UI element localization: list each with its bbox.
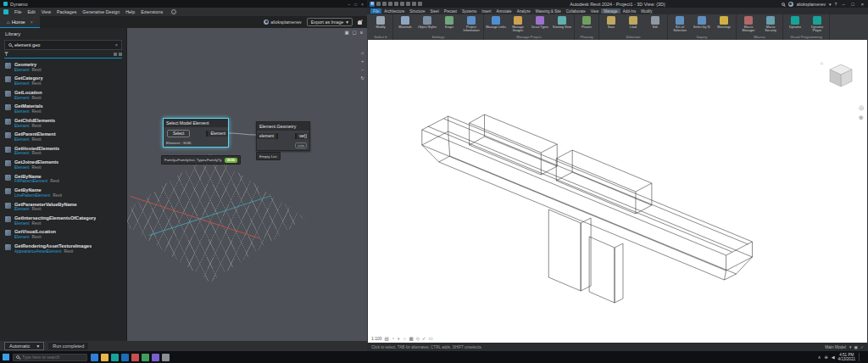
- element-geometry-node[interactable]: Element.Geometry element var[] auto: [256, 121, 310, 151]
- minimize-button[interactable]: –: [348, 2, 350, 7]
- help-icon[interactable]: ?: [835, 2, 837, 7]
- ribbon-button[interactable]: Edit: [645, 16, 665, 29]
- measure-icon[interactable]: [418, 2, 422, 6]
- close-button[interactable]: ×: [361, 2, 364, 7]
- fit-view-icon[interactable]: ▣: [344, 30, 348, 35]
- tab-close-icon[interactable]: ×: [31, 20, 33, 25]
- save-icon[interactable]: [388, 2, 392, 6]
- dynamo-canvas[interactable]: Select Model Element Select Element Elem…: [127, 28, 367, 341]
- maximize-button[interactable]: □: [354, 2, 357, 7]
- empty-list-bubble[interactable]: Empty List: [256, 152, 281, 160]
- filter-icon[interactable]: [4, 52, 8, 56]
- run-mode-select[interactable]: Automatic ▾: [4, 342, 44, 350]
- ribbon-tab[interactable]: Modify: [638, 8, 654, 14]
- library-item[interactable]: GetJoinedElements ElementRevit: [0, 158, 126, 171]
- taskbar-search-input[interactable]: [22, 355, 84, 360]
- ribbon-button[interactable]: Load: [623, 16, 643, 29]
- output-port-element[interactable]: Element: [206, 131, 228, 137]
- ribbon-tab[interactable]: Structure: [407, 8, 427, 14]
- filter-icon[interactable]: ✓: [860, 345, 864, 349]
- library-search[interactable]: ×: [4, 40, 122, 50]
- start-button[interactable]: [3, 354, 9, 360]
- menu-item[interactable]: File: [12, 9, 25, 14]
- ribbon-button[interactable]: Save: [601, 16, 621, 29]
- editable-only-icon[interactable]: ▣: [854, 345, 858, 349]
- sync-icon[interactable]: [394, 2, 398, 6]
- print-icon[interactable]: [412, 2, 416, 6]
- action-center-button[interactable]: [859, 353, 865, 361]
- taskbar-app-teams[interactable]: [152, 354, 159, 361]
- taskbar-app-settings[interactable]: [162, 354, 170, 361]
- library-item[interactable]: GetMaterials ElementRevit: [0, 102, 126, 115]
- taskbar-app-mail[interactable]: [131, 354, 139, 361]
- undo-icon[interactable]: [400, 2, 404, 6]
- revit-3d-view[interactable]: ⌂ ◎⊕ 1:100 ▤◔◑☼▦◇✓▭: [368, 40, 867, 343]
- taskbar-app-revit[interactable]: [121, 354, 129, 361]
- ribbon-button[interactable]: Materials: [395, 16, 415, 29]
- ribbon-button[interactable]: Snaps: [439, 16, 459, 29]
- panel-caption[interactable]: Inquiry: [670, 34, 734, 41]
- input-port-element[interactable]: element: [257, 133, 278, 139]
- open-icon[interactable]: [382, 2, 387, 6]
- ribbon-tab[interactable]: Collaborate: [564, 8, 588, 14]
- search-icon[interactable]: [782, 3, 785, 6]
- shadows-icon[interactable]: ◑: [397, 336, 399, 341]
- ribbon-tab[interactable]: Precast: [442, 8, 459, 14]
- steering-wheel-icon[interactable]: ◎: [859, 104, 864, 111]
- crop-region-icon[interactable]: ◇: [416, 336, 420, 341]
- ribbon-tab[interactable]: Analyze: [515, 8, 533, 14]
- revit-logo-icon[interactable]: R: [370, 2, 375, 7]
- redo-icon[interactable]: [406, 2, 410, 6]
- menu-item[interactable]: Extensions: [138, 9, 165, 14]
- taskbar-app-browser[interactable]: [91, 354, 98, 361]
- ribbon-tab[interactable]: Annotate: [494, 8, 515, 14]
- worksets-caret-icon[interactable]: ▾: [849, 345, 851, 349]
- orbit-icon[interactable]: ↻: [360, 75, 364, 81]
- taskbar-app-file-explorer[interactable]: [101, 354, 108, 361]
- ribbon-tab[interactable]: Insert: [479, 8, 493, 14]
- taskbar-app-dynamo[interactable]: [111, 354, 119, 361]
- taskbar-app-sheets[interactable]: [142, 354, 149, 361]
- crop-view-icon[interactable]: ▦: [409, 336, 413, 341]
- library-search-input[interactable]: [14, 42, 113, 47]
- ribbon-button[interactable]: Decal Types: [530, 16, 550, 29]
- library-item[interactable]: GetHostedElements ElementRevit: [0, 144, 126, 158]
- select-model-element-node[interactable]: Select Model Element Select Element Elem…: [163, 118, 229, 148]
- viewcube[interactable]: [826, 62, 855, 91]
- ribbon-button[interactable]: Macro Manager: [738, 16, 759, 32]
- ribbon-button[interactable]: Dynamo Player: [807, 16, 827, 32]
- library-item[interactable]: GetByName FillPatternElementRevit: [0, 172, 126, 186]
- list-view-icon[interactable]: [114, 53, 117, 56]
- menu-item[interactable]: Help: [123, 9, 137, 14]
- library-item[interactable]: GetChildElements ElementRevit: [0, 116, 126, 130]
- active-workset[interactable]: Main Model: [825, 345, 846, 349]
- network-icon[interactable]: ⊕: [825, 355, 828, 360]
- home-view-icon[interactable]: ⌂: [360, 50, 364, 55]
- ribbon-button[interactable]: Warnings: [714, 16, 734, 29]
- signed-in-user[interactable]: alioksplamenev: [797, 2, 826, 7]
- menu-item[interactable]: Packages: [54, 9, 79, 14]
- tray-expand-icon[interactable]: ∧: [818, 355, 821, 360]
- library-item[interactable]: GetCategory ElementRevit: [0, 74, 126, 87]
- ribbon-tab[interactable]: Architecture: [381, 8, 407, 14]
- panel-caption[interactable]: Macros: [738, 34, 781, 41]
- ribbon-button[interactable]: Select by ID: [692, 16, 712, 29]
- panel-caption[interactable]: Phasing: [576, 34, 597, 41]
- menu-item[interactable]: View: [39, 9, 53, 14]
- zoom-window-icon[interactable]: ▢: [353, 30, 357, 35]
- zoom-in-icon[interactable]: +: [360, 59, 364, 64]
- library-item[interactable]: GetVisualLocation ElementRevit: [0, 227, 126, 241]
- file-menu-icon[interactable]: [376, 2, 381, 6]
- ribbon-tab[interactable]: Manage: [601, 8, 620, 14]
- lacing-indicator[interactable]: auto: [295, 142, 307, 148]
- panel-caption[interactable]: Visual Programming: [785, 34, 827, 41]
- visual-style-icon[interactable]: ◔: [392, 336, 394, 341]
- canvas-menu-icon[interactable]: ≡: [360, 30, 363, 35]
- taskbar-search[interactable]: [13, 354, 87, 361]
- info-icon[interactable]: i: [171, 9, 176, 14]
- ribbon-button[interactable]: Phases: [576, 16, 597, 29]
- ribbon-button[interactable]: Project Information: [461, 16, 481, 32]
- menu-item[interactable]: Edit: [25, 9, 38, 14]
- close-button[interactable]: ×: [860, 2, 865, 7]
- minimize-button[interactable]: –: [840, 2, 846, 7]
